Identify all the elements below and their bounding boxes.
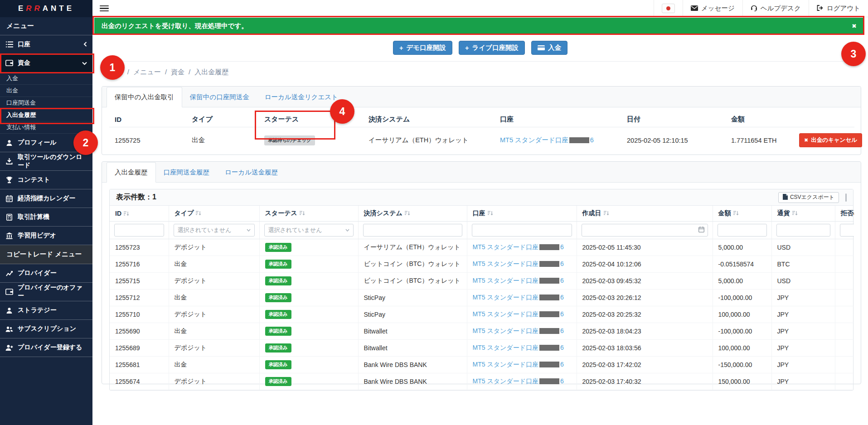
account-link[interactable]: MT5 スタンダード口座6 <box>473 310 564 318</box>
sort-header-created[interactable]: 作成日 <box>577 206 713 222</box>
account-link[interactable]: MT5 スタンダード口座6 <box>473 243 564 251</box>
sidebar-item-subscription[interactable]: サブスクリプション <box>0 320 92 338</box>
csv-export-button[interactable]: CSVエクスポート <box>778 192 839 203</box>
download-icon <box>5 158 13 165</box>
calendar-icon[interactable] <box>698 226 704 234</box>
account-link[interactable]: MT5 スタンダード口座6 <box>500 136 594 144</box>
x-icon: ✖ <box>804 137 808 143</box>
account-link[interactable]: MT5 スタンダード口座6 <box>473 294 564 301</box>
filter-system-input[interactable] <box>363 224 462 237</box>
sidebar-item-provider[interactable]: プロバイダー <box>0 264 92 283</box>
account-link[interactable]: MT5 スタンダード口座6 <box>473 361 564 368</box>
open-live-account-button[interactable]: + ライブ口座開設 <box>459 41 525 55</box>
sort-header-system[interactable]: 決済システム <box>358 206 467 222</box>
bank-icon <box>5 232 13 240</box>
pending-col-id: ID <box>109 112 186 127</box>
account-link[interactable]: MT5 スタンダード口座6 <box>473 277 564 284</box>
table-row: 1255712 出金 承認済み SticPay MT5 スタンダード口座6 20… <box>110 290 854 306</box>
filter-id-input[interactable] <box>114 224 164 237</box>
sort-header-reject-reason[interactable]: 拒否の理由 <box>835 206 854 222</box>
redacted-account-number <box>539 244 559 250</box>
status-badge-approved: 承認済み <box>265 293 291 302</box>
errante-logo[interactable]: ERRANTE <box>18 4 74 13</box>
redacted-account-number <box>539 261 559 267</box>
redacted-account-number <box>539 362 559 367</box>
tab-local-transfer-requests[interactable]: ローカル送金リクエスト <box>257 87 346 107</box>
logout-label: ログアウト <box>827 4 860 13</box>
status-badge-approved: 承認済み <box>265 377 291 386</box>
breadcrumb-home[interactable]: ホーム <box>102 68 123 77</box>
pending-type: 出金 <box>186 127 259 154</box>
sidebar-item-strategy[interactable]: ストラテジー <box>0 301 92 320</box>
page: ERRANTE メニュー 口座 資金 入金 出金 口座間送金 入出金履歴 支払い… <box>0 0 868 425</box>
sidebar-item-register-provider[interactable]: プロバイダー登録する <box>0 338 92 357</box>
tab-transaction-history[interactable]: 入出金履歴 <box>107 162 156 183</box>
pending-date: 2025-02-05 12:10:15 <box>621 127 726 154</box>
sidebar-item-profile[interactable]: プロフィール <box>0 134 92 152</box>
helpdesk-button[interactable]: ヘルプデスク <box>742 0 809 17</box>
filter-type-select[interactable]: 選択されていません <box>174 224 255 237</box>
logout-button[interactable]: ログアウト <box>809 0 868 17</box>
hamburger-menu-icon[interactable] <box>100 4 109 13</box>
breadcrumb-funds[interactable]: 資金 <box>171 68 184 77</box>
sort-header-type[interactable]: タイプ <box>169 206 259 222</box>
sidebar-item-contest[interactable]: コンテスト <box>0 171 92 189</box>
sidebar-item-label: 口座 <box>18 40 30 48</box>
breadcrumb-history[interactable]: 入出金履歴 <box>194 68 228 77</box>
tab-internal-transfer-history[interactable]: 口座間送金履歴 <box>156 163 218 182</box>
sidebar-item-accounts[interactable]: 口座 <box>0 35 92 54</box>
envelope-icon <box>691 5 698 12</box>
open-demo-account-label: デモ口座開設 <box>406 43 446 52</box>
language-selector[interactable] <box>654 0 683 17</box>
sort-icon <box>733 210 739 217</box>
filter-currency-input[interactable] <box>776 224 830 237</box>
sort-header-id[interactable]: ID <box>110 206 169 222</box>
account-link[interactable]: MT5 スタンダード口座6 <box>473 344 564 351</box>
filter-amount-input[interactable] <box>718 224 767 237</box>
sidebar-item-economic-calendar[interactable]: 経済指標カレンダー <box>0 189 92 208</box>
sort-header-account[interactable]: 口座 <box>467 206 577 222</box>
person-icon <box>5 139 13 147</box>
filter-reject-input[interactable] <box>840 224 854 237</box>
trophy-icon <box>5 176 13 184</box>
account-link[interactable]: MT5 スタンダード口座6 <box>473 327 564 334</box>
sidebar-item-funds[interactable]: 資金 <box>0 54 92 72</box>
filter-created-date-input[interactable] <box>582 224 708 237</box>
tab-pending-transactions[interactable]: 保留中の入出金取引 <box>107 87 182 107</box>
deposit-button[interactable]: 入金 <box>531 41 567 55</box>
logo-bar: ERRANTE <box>0 0 92 17</box>
tab-local-transfer-history[interactable]: ローカル送金履歴 <box>217 163 286 182</box>
sidebar-subitem-transaction-history[interactable]: 入出金履歴 <box>0 109 92 121</box>
breadcrumb-separator: / <box>127 68 129 77</box>
cancel-withdrawal-button[interactable]: ✖出金のキャンセル <box>799 133 862 147</box>
sort-header-amount[interactable]: 金額 <box>713 206 771 222</box>
sidebar-item-provider-offers[interactable]: プロバイダーのオファー <box>0 283 92 301</box>
table-row: 1255716 出金 承認済み ビットコイン（BTC）ウォレット MT5 スタン… <box>110 256 854 273</box>
sidebar-subitem-withdrawal[interactable]: 出金 <box>0 85 92 97</box>
breadcrumb-menu[interactable]: メニュー <box>133 68 161 77</box>
sort-header-status[interactable]: スターテス <box>259 206 358 222</box>
open-demo-account-button[interactable]: + デモ口座開設 <box>393 41 452 55</box>
table-scrollbar-thumb[interactable] <box>845 193 847 202</box>
sidebar-subitem-internal-transfer[interactable]: 口座間送金 <box>0 97 92 109</box>
sort-header-currency[interactable]: 通貨 <box>771 206 835 222</box>
sidebar-subitem-payment-info[interactable]: 支払い情報 <box>0 121 92 134</box>
sidebar-item-download-tools[interactable]: 取引ツールのダウンロード <box>0 152 92 171</box>
sidebar-subitem-deposit[interactable]: 入金 <box>0 72 92 85</box>
sidebar-item-trading-calculator[interactable]: 取引計算機 <box>0 208 92 227</box>
record-count: 表示件数：1 <box>116 193 156 202</box>
success-banner: 出金のリクエストを受け取り、現在処理中です。 ✖ <box>94 18 864 34</box>
filter-status-select[interactable]: 選択されていません <box>264 224 354 237</box>
table-row: 1255690 出金 承認済み Bitwallet MT5 スタンダード口座6 … <box>110 323 854 340</box>
sidebar-item-label: コンテスト <box>18 176 50 184</box>
account-link[interactable]: MT5 スタンダード口座6 <box>473 377 564 385</box>
logo-post: ANTE <box>43 4 74 13</box>
filter-account-input[interactable] <box>472 224 572 237</box>
messages-button[interactable]: メッセージ <box>683 0 742 17</box>
file-icon <box>783 194 788 201</box>
history-card: 入出金履歴 口座間送金履歴 ローカル送金履歴 表示件数：1 CSVエクスポート … <box>102 161 861 384</box>
close-icon[interactable]: ✖ <box>852 23 857 29</box>
tab-pending-internal-transfers[interactable]: 保留中の口座間送金 <box>182 87 257 107</box>
sidebar-item-learning-videos[interactable]: 学習用ビデオ <box>0 227 92 245</box>
account-link[interactable]: MT5 スタンダード口座6 <box>473 260 564 267</box>
